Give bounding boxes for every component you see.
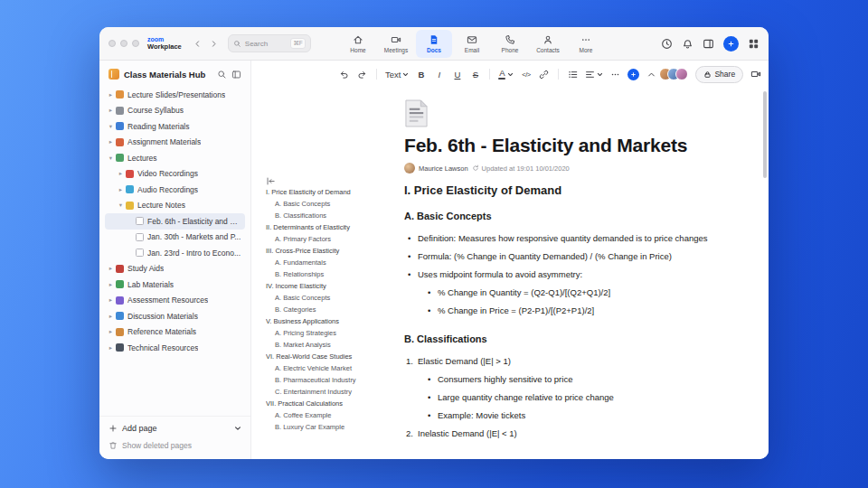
sidebar-item[interactable]: ▸Lab Materials	[105, 277, 245, 293]
sidebar-item[interactable]: Feb. 6th - Elasticity and M...	[105, 213, 245, 230]
sidebar-item[interactable]: ▾Lecture Notes	[105, 198, 245, 214]
outline-item[interactable]: I. Price Elasticity of Demand	[266, 186, 398, 198]
outline-item[interactable]: A. Basic Concepts	[266, 292, 398, 304]
bold-button[interactable]: B	[413, 66, 429, 82]
maximize-window-button[interactable]	[132, 40, 139, 47]
outline-item[interactable]: B. Pharmaceutical Industry	[266, 374, 398, 386]
sidebar-item[interactable]: ▸Discussion Materials	[105, 308, 245, 324]
italic-button[interactable]: I	[431, 66, 447, 82]
outline-item[interactable]: V. Business Applications	[266, 315, 398, 327]
tab-phone[interactable]: Phone	[492, 30, 528, 58]
outline-item[interactable]: A. Coffee Example	[266, 409, 398, 421]
tab-more[interactable]: More	[568, 30, 604, 58]
outline-item[interactable]: B. Market Analysis	[266, 339, 398, 351]
collaborator-avatars[interactable]	[659, 68, 688, 80]
outline-item[interactable]: B. Classifications	[266, 210, 398, 221]
document-title[interactable]: Feb. 6th - Elasticity and Markets	[404, 135, 741, 156]
undo-button[interactable]	[336, 66, 352, 82]
sidebar-item[interactable]: ▸Study Aids	[105, 261, 245, 277]
list-number: 2.	[406, 425, 413, 443]
tab-contacts[interactable]: Contacts	[530, 30, 566, 58]
outline-item[interactable]: A. Fundamentals	[266, 257, 398, 268]
color-bar	[498, 78, 505, 80]
sidebar-item[interactable]: ▸Assessment Resources	[105, 293, 245, 309]
sidebar-item[interactable]: ▸Lecture Slides/Presentations	[105, 87, 245, 103]
outline-item[interactable]: A. Electric Vehicle Market	[266, 362, 398, 374]
content-heading: I. Price Elasticity of Demand	[404, 183, 738, 197]
side-panel-icon[interactable]	[703, 38, 714, 50]
sidebar-item[interactable]: ▾Reading Materials	[105, 118, 245, 135]
outline-item[interactable]: IV. Income Elasticity	[266, 280, 398, 292]
chevron-icon[interactable]: ▸	[117, 186, 125, 193]
outline-item[interactable]: B. Categories	[266, 304, 398, 315]
outline-item[interactable]: C. Entertainment Industry	[266, 386, 398, 398]
new-item-button[interactable]	[723, 36, 739, 52]
chevron-icon[interactable]: ▸	[107, 107, 115, 114]
outline-item[interactable]: VII. Practical Calculations	[266, 398, 398, 409]
forward-button[interactable]	[207, 36, 222, 51]
close-window-button[interactable]	[108, 40, 116, 47]
chevron-icon[interactable]: ▸	[107, 313, 115, 320]
outline-item[interactable]: III. Cross-Price Elasticity	[266, 245, 398, 257]
back-button[interactable]	[191, 36, 205, 51]
tab-email[interactable]: Email	[454, 30, 490, 58]
chevron-icon[interactable]: ▾	[107, 155, 115, 162]
tab-home[interactable]: Home	[340, 30, 376, 58]
document-content[interactable]: I. Price Elasticity of DemandA. Basic Co…	[404, 183, 738, 443]
more-formatting-button[interactable]	[608, 66, 623, 82]
sidebar-item[interactable]: ▸Technical Resources	[105, 340, 245, 356]
chevron-icon[interactable]: ▸	[107, 138, 115, 145]
collapse-outline-button[interactable]	[266, 176, 398, 186]
apps-grid-icon[interactable]	[748, 38, 760, 50]
chevron-icon[interactable]: ▸	[107, 265, 115, 272]
sidebar-item[interactable]: Jan. 23rd - Intro to Econo...	[105, 245, 245, 261]
chevron-icon[interactable]: ▸	[107, 91, 115, 99]
outline-item[interactable]: A. Primary Factors	[266, 233, 398, 245]
clock-icon[interactable]	[661, 38, 673, 50]
underline-button[interactable]: U	[449, 66, 465, 82]
sidebar-item[interactable]: Jan. 30th - Markets and P...	[105, 230, 245, 246]
outline-item[interactable]: A. Pricing Strategies	[266, 327, 398, 339]
sidebar-item[interactable]: ▾Lectures	[105, 150, 245, 166]
outline-item[interactable]: VI. Real-World Case Studies	[266, 351, 398, 362]
bell-icon[interactable]	[682, 38, 693, 50]
collapse-sidebar-icon[interactable]	[231, 70, 241, 80]
chevron-icon[interactable]: ▸	[107, 344, 115, 352]
chevron-icon[interactable]: ▸	[107, 296, 115, 304]
chevron-icon[interactable]: ▸	[107, 281, 115, 288]
align-dropdown[interactable]	[583, 66, 605, 82]
outline-item[interactable]: A. Basic Concepts	[266, 198, 398, 210]
video-call-icon[interactable]	[750, 69, 761, 80]
global-search-input[interactable]: Search ⌘F	[228, 34, 311, 52]
scrollbar-thumb[interactable]	[763, 91, 767, 178]
chevron-icon[interactable]: ▾	[107, 123, 115, 130]
bullet-list-button[interactable]	[565, 66, 580, 82]
sidebar-item[interactable]: ▸Reference Materials	[105, 324, 245, 341]
sidebar-item[interactable]: ▸Video Recordings	[105, 166, 245, 183]
insert-button[interactable]	[626, 66, 641, 82]
add-page-button[interactable]: Add page	[108, 424, 241, 433]
minimize-window-button[interactable]	[120, 40, 127, 47]
chevron-icon[interactable]: ▸	[117, 170, 125, 177]
link-button[interactable]	[536, 66, 552, 82]
chevron-icon[interactable]: ▸	[107, 328, 115, 335]
tab-docs[interactable]: Docs	[416, 30, 452, 58]
show-deleted-pages-button[interactable]: Show deleted pages	[108, 441, 241, 450]
tab-meetings[interactable]: Meetings	[378, 30, 414, 58]
strikethrough-button[interactable]: S	[467, 66, 483, 82]
sidebar-item[interactable]: ▸Audio Recordings	[105, 182, 245, 198]
code-button[interactable]: </>	[518, 66, 533, 82]
sidebar-item[interactable]: ▸Assignment Materials	[105, 135, 245, 151]
text-color-button[interactable]: A	[496, 66, 515, 82]
text-style-dropdown[interactable]: Text	[383, 66, 410, 82]
sidebar-search-icon[interactable]	[217, 70, 227, 80]
outline-item[interactable]: B. Relationships	[266, 268, 398, 280]
redo-button[interactable]	[354, 66, 370, 82]
outline-item[interactable]: II. Determinants of Elasticity	[266, 221, 398, 233]
sidebar-item[interactable]: ▸Course Syllabus	[105, 103, 245, 119]
chevron-icon[interactable]: ▾	[117, 202, 125, 209]
outline-item[interactable]: B. Luxury Car Example	[266, 421, 398, 433]
share-button[interactable]: Share	[695, 66, 743, 83]
collapse-toolbar-button[interactable]	[644, 66, 659, 82]
add-page-options-button[interactable]	[234, 425, 241, 432]
